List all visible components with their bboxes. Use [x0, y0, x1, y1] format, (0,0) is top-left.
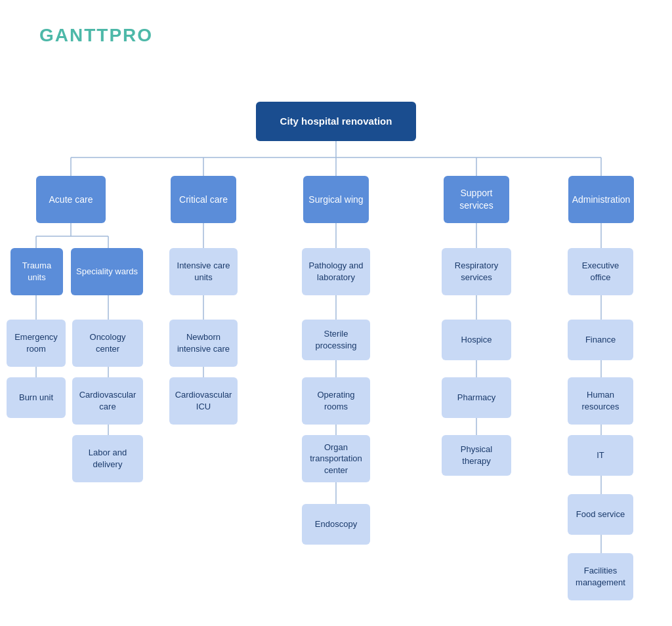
l2-cardiovascular-care: Cardiovascular care	[72, 377, 143, 425]
l2-pathology-laboratory: Pathology and laboratory	[302, 248, 370, 295]
l2-newborn-intensive-care: Newborn intensive care	[169, 320, 238, 367]
l2-food-service: Food service	[568, 494, 633, 535]
l2-finance: Finance	[568, 320, 633, 360]
l2-physical-therapy: Physical therapy	[442, 435, 511, 476]
l2-pharmacy: Pharmacy	[442, 377, 511, 418]
l2-sterile-processing: Sterile processing	[302, 320, 370, 360]
l2-human-resources: Human resources	[568, 377, 633, 425]
l2-executive-office: Executive office	[568, 248, 633, 295]
l2-speciality-wards: Speciality wards	[71, 248, 143, 295]
l2-facilities-management: Facilities management	[568, 553, 633, 600]
l1-critical-care: Critical care	[171, 176, 236, 223]
l2-cardiovascular-icu: Cardiovascular ICU	[169, 377, 238, 425]
l2-endoscopy: Endoscopy	[302, 504, 370, 545]
l2-emergency-room: Emergency room	[7, 320, 66, 367]
l1-support-services: Support services	[444, 176, 509, 223]
l2-organ-transportation: Organ transportation center	[302, 435, 370, 482]
l2-labor-delivery: Labor and delivery	[72, 435, 143, 482]
root-node: City hospital renovation	[256, 102, 416, 141]
l2-trauma-units: Trauma units	[10, 248, 63, 295]
l2-it: IT	[568, 435, 633, 476]
l2-operating-rooms: Operating rooms	[302, 377, 370, 425]
l2-respiratory-services: Respiratory services	[442, 248, 511, 295]
l1-acute-care: Acute care	[36, 176, 106, 223]
l2-intensive-care-units: Intensive care units	[169, 248, 238, 295]
l2-oncology-center: Oncology center	[72, 320, 143, 367]
org-chart: City hospital renovation Acute care Crit…	[0, 0, 672, 591]
l1-surgical-wing: Surgical wing	[303, 176, 369, 223]
l2-hospice: Hospice	[442, 320, 511, 360]
l1-administration: Administration	[568, 176, 634, 223]
l2-burn-unit: Burn unit	[7, 377, 66, 418]
